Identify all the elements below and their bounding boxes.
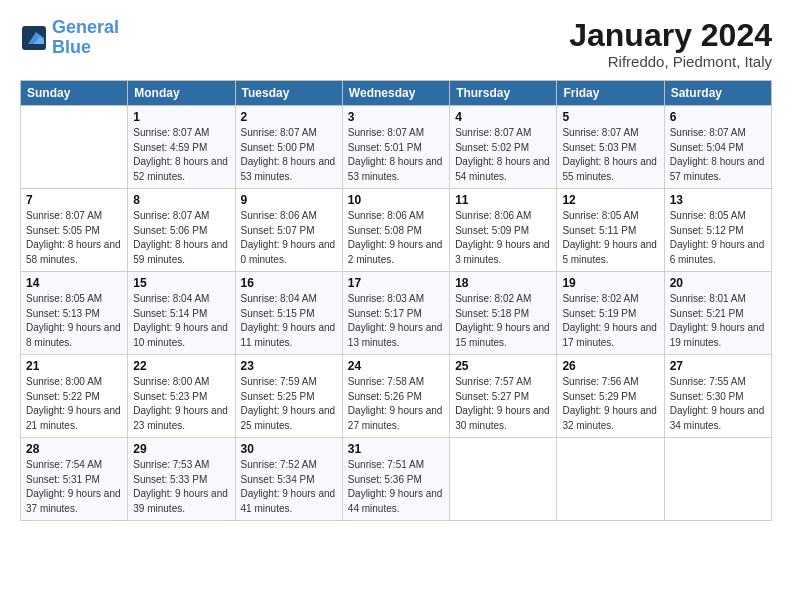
day-info: Sunrise: 7:58 AMSunset: 5:26 PMDaylight:… <box>348 375 444 433</box>
day-cell: 8Sunrise: 8:07 AMSunset: 5:06 PMDaylight… <box>128 189 235 272</box>
day-number: 26 <box>562 359 658 373</box>
day-number: 1 <box>133 110 229 124</box>
day-info: Sunrise: 7:55 AMSunset: 5:30 PMDaylight:… <box>670 375 766 433</box>
day-info: Sunrise: 8:04 AMSunset: 5:15 PMDaylight:… <box>241 292 337 350</box>
week-row-4: 21Sunrise: 8:00 AMSunset: 5:22 PMDayligh… <box>21 355 772 438</box>
day-number: 11 <box>455 193 551 207</box>
day-info: Sunrise: 8:05 AMSunset: 5:13 PMDaylight:… <box>26 292 122 350</box>
day-cell: 23Sunrise: 7:59 AMSunset: 5:25 PMDayligh… <box>235 355 342 438</box>
day-info: Sunrise: 8:05 AMSunset: 5:11 PMDaylight:… <box>562 209 658 267</box>
day-cell: 24Sunrise: 7:58 AMSunset: 5:26 PMDayligh… <box>342 355 449 438</box>
day-info: Sunrise: 8:06 AMSunset: 5:08 PMDaylight:… <box>348 209 444 267</box>
logo-icon <box>20 24 48 52</box>
day-cell: 28Sunrise: 7:54 AMSunset: 5:31 PMDayligh… <box>21 438 128 521</box>
dow-header-saturday: Saturday <box>664 81 771 106</box>
logo-line2: Blue <box>52 37 91 57</box>
day-number: 2 <box>241 110 337 124</box>
day-info: Sunrise: 8:07 AMSunset: 5:00 PMDaylight:… <box>241 126 337 184</box>
day-cell: 13Sunrise: 8:05 AMSunset: 5:12 PMDayligh… <box>664 189 771 272</box>
day-cell: 26Sunrise: 7:56 AMSunset: 5:29 PMDayligh… <box>557 355 664 438</box>
day-info: Sunrise: 8:01 AMSunset: 5:21 PMDaylight:… <box>670 292 766 350</box>
day-cell: 1Sunrise: 8:07 AMSunset: 4:59 PMDaylight… <box>128 106 235 189</box>
day-number: 13 <box>670 193 766 207</box>
day-number: 28 <box>26 442 122 456</box>
logo: General Blue <box>20 18 119 58</box>
day-number: 30 <box>241 442 337 456</box>
day-cell: 11Sunrise: 8:06 AMSunset: 5:09 PMDayligh… <box>450 189 557 272</box>
dow-header-thursday: Thursday <box>450 81 557 106</box>
day-number: 12 <box>562 193 658 207</box>
week-row-5: 28Sunrise: 7:54 AMSunset: 5:31 PMDayligh… <box>21 438 772 521</box>
day-info: Sunrise: 8:07 AMSunset: 5:06 PMDaylight:… <box>133 209 229 267</box>
day-cell <box>557 438 664 521</box>
day-cell: 4Sunrise: 8:07 AMSunset: 5:02 PMDaylight… <box>450 106 557 189</box>
day-number: 7 <box>26 193 122 207</box>
day-number: 29 <box>133 442 229 456</box>
day-number: 25 <box>455 359 551 373</box>
day-cell: 2Sunrise: 8:07 AMSunset: 5:00 PMDaylight… <box>235 106 342 189</box>
week-row-3: 14Sunrise: 8:05 AMSunset: 5:13 PMDayligh… <box>21 272 772 355</box>
dow-header-tuesday: Tuesday <box>235 81 342 106</box>
day-number: 17 <box>348 276 444 290</box>
day-number: 20 <box>670 276 766 290</box>
day-cell: 21Sunrise: 8:00 AMSunset: 5:22 PMDayligh… <box>21 355 128 438</box>
day-info: Sunrise: 7:54 AMSunset: 5:31 PMDaylight:… <box>26 458 122 516</box>
day-number: 14 <box>26 276 122 290</box>
day-number: 18 <box>455 276 551 290</box>
day-number: 24 <box>348 359 444 373</box>
day-number: 5 <box>562 110 658 124</box>
day-cell: 19Sunrise: 8:02 AMSunset: 5:19 PMDayligh… <box>557 272 664 355</box>
day-cell: 30Sunrise: 7:52 AMSunset: 5:34 PMDayligh… <box>235 438 342 521</box>
day-number: 23 <box>241 359 337 373</box>
day-number: 22 <box>133 359 229 373</box>
header: General Blue January 2024 Rifreddo, Pied… <box>20 18 772 70</box>
day-cell: 20Sunrise: 8:01 AMSunset: 5:21 PMDayligh… <box>664 272 771 355</box>
title-block: January 2024 Rifreddo, Piedmont, Italy <box>569 18 772 70</box>
day-number: 16 <box>241 276 337 290</box>
day-number: 10 <box>348 193 444 207</box>
day-number: 8 <box>133 193 229 207</box>
day-number: 19 <box>562 276 658 290</box>
day-cell <box>450 438 557 521</box>
day-info: Sunrise: 8:07 AMSunset: 5:01 PMDaylight:… <box>348 126 444 184</box>
day-number: 31 <box>348 442 444 456</box>
day-info: Sunrise: 7:53 AMSunset: 5:33 PMDaylight:… <box>133 458 229 516</box>
day-cell: 16Sunrise: 8:04 AMSunset: 5:15 PMDayligh… <box>235 272 342 355</box>
day-info: Sunrise: 8:07 AMSunset: 4:59 PMDaylight:… <box>133 126 229 184</box>
day-info: Sunrise: 8:03 AMSunset: 5:17 PMDaylight:… <box>348 292 444 350</box>
day-info: Sunrise: 8:00 AMSunset: 5:23 PMDaylight:… <box>133 375 229 433</box>
dow-header-monday: Monday <box>128 81 235 106</box>
logo-line1: General <box>52 17 119 37</box>
calendar: SundayMondayTuesdayWednesdayThursdayFrid… <box>20 80 772 521</box>
page: General Blue January 2024 Rifreddo, Pied… <box>0 0 792 612</box>
day-cell: 15Sunrise: 8:04 AMSunset: 5:14 PMDayligh… <box>128 272 235 355</box>
day-cell: 22Sunrise: 8:00 AMSunset: 5:23 PMDayligh… <box>128 355 235 438</box>
day-cell: 25Sunrise: 7:57 AMSunset: 5:27 PMDayligh… <box>450 355 557 438</box>
day-info: Sunrise: 8:07 AMSunset: 5:04 PMDaylight:… <box>670 126 766 184</box>
day-info: Sunrise: 8:07 AMSunset: 5:02 PMDaylight:… <box>455 126 551 184</box>
sub-title: Rifreddo, Piedmont, Italy <box>569 53 772 70</box>
day-number: 21 <box>26 359 122 373</box>
day-info: Sunrise: 7:57 AMSunset: 5:27 PMDaylight:… <box>455 375 551 433</box>
day-info: Sunrise: 8:07 AMSunset: 5:03 PMDaylight:… <box>562 126 658 184</box>
day-cell <box>664 438 771 521</box>
day-cell: 14Sunrise: 8:05 AMSunset: 5:13 PMDayligh… <box>21 272 128 355</box>
day-info: Sunrise: 7:51 AMSunset: 5:36 PMDaylight:… <box>348 458 444 516</box>
day-cell <box>21 106 128 189</box>
logo-text: General Blue <box>52 18 119 58</box>
day-info: Sunrise: 8:00 AMSunset: 5:22 PMDaylight:… <box>26 375 122 433</box>
day-info: Sunrise: 8:06 AMSunset: 5:09 PMDaylight:… <box>455 209 551 267</box>
day-cell: 3Sunrise: 8:07 AMSunset: 5:01 PMDaylight… <box>342 106 449 189</box>
day-number: 3 <box>348 110 444 124</box>
day-cell: 6Sunrise: 8:07 AMSunset: 5:04 PMDaylight… <box>664 106 771 189</box>
day-number: 9 <box>241 193 337 207</box>
day-cell: 18Sunrise: 8:02 AMSunset: 5:18 PMDayligh… <box>450 272 557 355</box>
day-info: Sunrise: 8:04 AMSunset: 5:14 PMDaylight:… <box>133 292 229 350</box>
day-info: Sunrise: 8:07 AMSunset: 5:05 PMDaylight:… <box>26 209 122 267</box>
dow-header-wednesday: Wednesday <box>342 81 449 106</box>
day-info: Sunrise: 8:06 AMSunset: 5:07 PMDaylight:… <box>241 209 337 267</box>
day-info: Sunrise: 7:59 AMSunset: 5:25 PMDaylight:… <box>241 375 337 433</box>
day-cell: 10Sunrise: 8:06 AMSunset: 5:08 PMDayligh… <box>342 189 449 272</box>
dow-header-friday: Friday <box>557 81 664 106</box>
week-row-1: 1Sunrise: 8:07 AMSunset: 4:59 PMDaylight… <box>21 106 772 189</box>
